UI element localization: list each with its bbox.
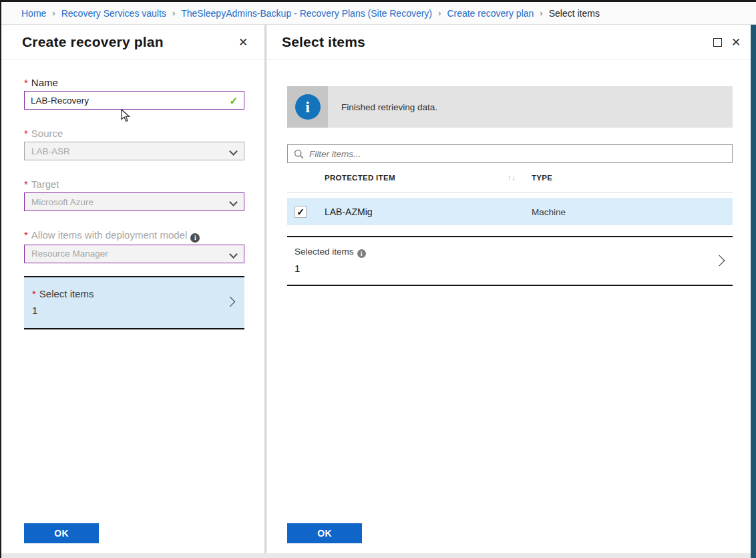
breadcrumb: Home › Recovery Services vaults › TheSle… bbox=[1, 2, 756, 25]
chevron-down-icon bbox=[229, 198, 238, 206]
breadcrumb-separator: › bbox=[52, 8, 55, 18]
selected-items-section[interactable]: Selected itemsi 1 bbox=[287, 236, 733, 286]
target-dropdown-value: Microsoft Azure bbox=[31, 197, 93, 207]
azure-portal-screen: Home › Recovery Services vaults › TheSle… bbox=[0, 0, 756, 558]
info-icon: i bbox=[295, 94, 321, 120]
deployment-model-label: *Allow items with deployment modeli bbox=[24, 229, 243, 243]
portal-side-strip bbox=[751, 25, 756, 558]
name-input[interactable] bbox=[24, 91, 244, 110]
column-protected-item: PROTECTED ITEM bbox=[325, 174, 395, 182]
sort-icon[interactable]: ↑↓ bbox=[507, 173, 516, 182]
row-protected-item: LAB-AZMig bbox=[325, 206, 373, 217]
create-recovery-plan-form: *Name ✓ *Source LAB-ASR *Target bbox=[1, 60, 264, 263]
source-dropdown-value: LAB-ASR bbox=[31, 146, 70, 156]
maximize-icon[interactable] bbox=[708, 33, 727, 51]
target-field-group: *Target Microsoft Azure bbox=[24, 178, 243, 211]
required-asterisk: * bbox=[24, 77, 28, 88]
select-items-tile-label: *Select items bbox=[32, 287, 222, 300]
required-asterisk: * bbox=[24, 178, 28, 190]
required-asterisk: * bbox=[24, 128, 28, 139]
chevron-right-icon bbox=[714, 255, 725, 266]
breadcrumb-create-recovery-plan[interactable]: Create recovery plan bbox=[447, 8, 534, 19]
info-icon[interactable]: i bbox=[357, 249, 366, 258]
target-label: *Target bbox=[24, 178, 243, 190]
search-icon bbox=[294, 149, 304, 159]
create-recovery-plan-blade: Create recovery plan ✕ *Name ✓ *Source L… bbox=[1, 25, 266, 553]
breadcrumb-separator: › bbox=[172, 8, 175, 18]
chevron-right-icon bbox=[225, 296, 236, 307]
required-asterisk: * bbox=[24, 229, 28, 241]
ok-button[interactable]: OK bbox=[287, 523, 362, 543]
select-items-tile[interactable]: *Select items 1 bbox=[24, 276, 244, 329]
source-dropdown: LAB-ASR bbox=[24, 142, 244, 160]
filter-items-box bbox=[287, 144, 733, 163]
selected-items-label: Selected itemsi bbox=[295, 247, 706, 258]
filter-items-input[interactable] bbox=[309, 149, 726, 159]
table-header: PROTECTED ITEM ↑↓ TYPE bbox=[287, 163, 733, 193]
table-row[interactable]: ✓ LAB-AZMig Machine bbox=[287, 198, 733, 225]
valid-check-icon: ✓ bbox=[229, 95, 238, 107]
deployment-model-dropdown: Resource Manager bbox=[24, 245, 244, 263]
breadcrumb-separator: › bbox=[438, 8, 441, 18]
name-label: *Name bbox=[24, 76, 243, 89]
row-checkbox[interactable]: ✓ bbox=[295, 206, 307, 218]
info-banner-icon-cell: i bbox=[287, 86, 328, 128]
select-items-blade: Select items ✕ i Finished retrieving dat… bbox=[267, 25, 751, 553]
chevron-down-icon bbox=[229, 147, 238, 156]
chevron-down-icon bbox=[229, 250, 238, 259]
info-banner-text: Finished retrieving data. bbox=[328, 86, 733, 128]
close-icon[interactable]: ✕ bbox=[234, 33, 252, 51]
source-field-group: *Source LAB-ASR bbox=[24, 127, 243, 160]
row-type: Machine bbox=[532, 207, 566, 217]
blade-title: Select items bbox=[282, 34, 708, 50]
breadcrumb-home[interactable]: Home bbox=[21, 8, 46, 19]
window-top-edge bbox=[0, 0, 756, 2]
select-items-tile-value: 1 bbox=[32, 305, 222, 316]
name-field-group: *Name ✓ bbox=[24, 76, 243, 110]
close-icon[interactable]: ✕ bbox=[727, 33, 745, 51]
required-asterisk: * bbox=[32, 288, 36, 299]
target-dropdown: Microsoft Azure bbox=[24, 192, 244, 211]
column-type: TYPE bbox=[532, 174, 733, 182]
window-left-edge bbox=[0, 0, 1, 558]
deployment-model-dropdown-value: Resource Manager bbox=[31, 249, 108, 259]
breadcrumb-separator: › bbox=[540, 8, 542, 18]
breadcrumb-recovery-services-vaults[interactable]: Recovery Services vaults bbox=[61, 8, 166, 19]
breadcrumb-select-items: Select items bbox=[549, 8, 600, 19]
ok-button[interactable]: OK bbox=[24, 523, 99, 543]
deployment-model-field-group: *Allow items with deployment modeli Reso… bbox=[24, 229, 243, 263]
info-icon[interactable]: i bbox=[190, 233, 200, 243]
blade-header: Select items ✕ bbox=[267, 25, 751, 60]
breadcrumb-vault-recovery-plans[interactable]: TheSleepyAdmins-Backup - Recovery Plans … bbox=[181, 8, 432, 19]
blade-title: Create recovery plan bbox=[22, 34, 234, 50]
source-label: *Source bbox=[24, 127, 243, 140]
info-banner: i Finished retrieving data. bbox=[287, 86, 733, 128]
selected-items-value: 1 bbox=[295, 263, 706, 274]
select-items-content: i Finished retrieving data. PROTECTED IT… bbox=[267, 86, 751, 286]
blade-header: Create recovery plan ✕ bbox=[1, 25, 264, 60]
